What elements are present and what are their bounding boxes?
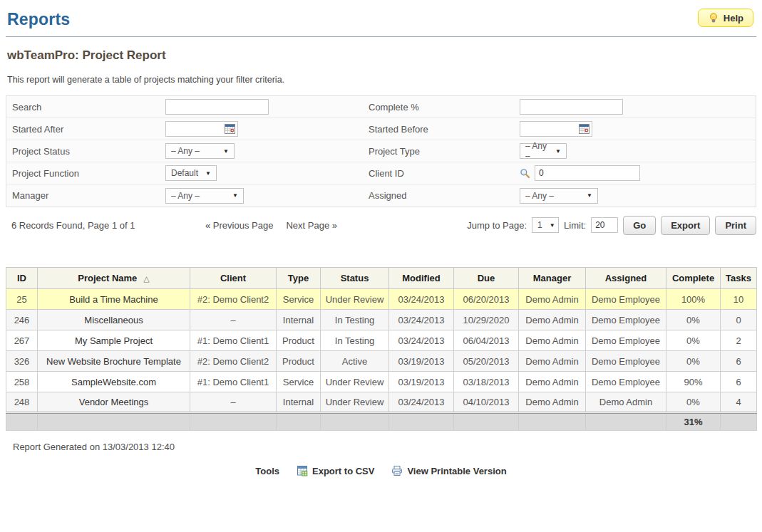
cell-complete: 0% — [666, 392, 721, 413]
cell-tasks: 0 — [721, 310, 757, 330]
filter-row: Started After Started Before — [6, 118, 756, 140]
cell-due: 06/20/2013 — [454, 289, 519, 310]
column-header-modified[interactable]: Modified — [389, 268, 454, 289]
column-header-type[interactable]: Type — [277, 268, 321, 289]
chevron-down-icon: ▼ — [550, 222, 555, 229]
pagination-bar: 6 Records Found, Page 1 of 1 « Previous … — [6, 213, 756, 237]
previous-page-link[interactable]: « Previous Page — [205, 220, 273, 231]
project-function-select[interactable]: Default ▼ — [165, 165, 217, 181]
column-header-client[interactable]: Client — [190, 268, 277, 289]
view-printable-link[interactable]: View Printable Version — [391, 465, 506, 476]
chevron-down-icon: ▼ — [587, 192, 592, 199]
column-header-assigned[interactable]: Assigned — [586, 268, 666, 289]
project-type-select[interactable]: – Any – ▼ — [520, 143, 567, 159]
started-after-input[interactable] — [169, 122, 220, 135]
table-row[interactable]: 326New Website Brochure Template#2: Demo… — [6, 351, 757, 372]
column-header-manager[interactable]: Manager — [519, 268, 586, 289]
cell-complete: 100% — [666, 289, 721, 310]
cell-type: Product — [277, 351, 321, 372]
cell-client: #2: Demo Client2 — [190, 289, 277, 310]
help-button-label: Help — [724, 13, 743, 24]
column-header-status[interactable]: Status — [321, 268, 389, 289]
cell-status: In Testing — [321, 310, 389, 330]
complete-pct-label: Complete % — [363, 102, 514, 113]
page-title: Reports — [7, 10, 755, 29]
search-magnifier-icon[interactable] — [520, 168, 530, 179]
cell-name: Build a Time Machine — [38, 289, 190, 310]
cell-assigned: Demo Employee — [586, 310, 666, 330]
started-after-label: Started After — [6, 124, 160, 135]
sort-ascending-icon: △ — [143, 274, 149, 283]
cell-client: #1: Demo Client1 — [190, 330, 277, 351]
column-header-complete[interactable]: Complete — [666, 268, 721, 289]
cell-type: Service — [277, 289, 321, 310]
report-title: wbTeamPro: Project Report — [7, 48, 755, 63]
cell-due: 05/20/2013 — [454, 351, 519, 372]
project-function-label: Project Function — [6, 168, 160, 179]
started-before-input[interactable] — [523, 122, 575, 135]
spreadsheet-icon — [297, 465, 308, 476]
assigned-value: – Any – — [525, 191, 554, 201]
cell-assigned: Demo Employee — [586, 330, 666, 351]
search-input[interactable] — [165, 99, 269, 115]
view-printable-label: View Printable Version — [407, 466, 506, 476]
client-id-input[interactable] — [535, 165, 640, 181]
help-button[interactable]: Help — [698, 9, 753, 27]
column-header-tasks[interactable]: Tasks — [721, 268, 757, 289]
column-header-due[interactable]: Due — [454, 268, 519, 289]
table-row[interactable]: 248Vendor Meetings–InternalUnder Review0… — [6, 392, 757, 413]
manager-select[interactable]: – Any – ▼ — [165, 188, 244, 204]
complete-pct-input[interactable] — [520, 99, 623, 115]
printer-icon — [391, 465, 403, 476]
limit-input[interactable] — [591, 217, 618, 233]
cell-status: Under Review — [321, 372, 389, 392]
limit-label: Limit: — [564, 220, 586, 231]
cell-client: – — [190, 392, 277, 413]
jump-page-value: 1 — [537, 220, 542, 230]
report-generated-text: Report Generated on 13/03/2013 12:40 — [13, 442, 755, 452]
column-header-id[interactable]: ID — [6, 268, 38, 289]
cell-tasks: 6 — [721, 351, 757, 372]
project-status-value: – Any – — [171, 146, 200, 156]
cell-type: Internal — [277, 392, 321, 413]
cell-assigned: Demo Admin — [586, 392, 666, 413]
table-row[interactable]: 258SampleWebsite.com#1: Demo Client1Serv… — [6, 372, 757, 392]
cell-modified: 03/24/2013 — [389, 392, 454, 413]
cell-assigned: Demo Employee — [586, 289, 666, 310]
cell-complete: 0% — [666, 330, 721, 351]
project-status-select[interactable]: – Any – ▼ — [165, 143, 235, 159]
cell-tasks: 6 — [721, 372, 757, 392]
cell-tasks: 10 — [721, 289, 757, 310]
export-csv-label: Export to CSV — [312, 466, 374, 476]
manager-label: Manager — [6, 190, 160, 201]
cell-modified: 03/24/2013 — [389, 310, 454, 330]
cell-name: My Sample Project — [38, 330, 190, 351]
cell-due: 10/29/2020 — [454, 310, 519, 330]
column-header-project-name[interactable]: Project Name△ — [38, 268, 190, 289]
tools-label: Tools — [255, 466, 279, 476]
export-button[interactable]: Export — [661, 216, 710, 235]
jump-page-select[interactable]: 1 ▼ — [532, 217, 559, 233]
started-before-field — [520, 121, 592, 137]
tools-bar: Tools Export to CSV — [6, 465, 756, 476]
cell-modified: 03/19/2013 — [389, 372, 454, 392]
cell-manager: Demo Admin — [519, 392, 586, 413]
print-button[interactable]: Print — [715, 216, 756, 235]
chevron-down-icon: ▼ — [555, 148, 561, 155]
export-csv-link[interactable]: Export to CSV — [297, 465, 374, 476]
next-page-link[interactable]: Next Page » — [286, 220, 337, 231]
filter-panel: Search Complete % Started After — [6, 95, 756, 207]
calendar-icon[interactable] — [225, 124, 235, 134]
table-row[interactable]: 267My Sample Project#1: Demo Client1Prod… — [6, 330, 757, 351]
table-body: 25Build a Time Machine#2: Demo Client2Se… — [6, 289, 757, 413]
table-row[interactable]: 25Build a Time Machine#2: Demo Client2Se… — [6, 289, 757, 310]
cell-client: – — [190, 310, 277, 330]
cell-id: 248 — [6, 392, 38, 413]
go-button[interactable]: Go — [623, 216, 656, 235]
calendar-icon[interactable] — [579, 124, 589, 134]
cell-type: Internal — [277, 310, 321, 330]
cell-tasks: 4 — [721, 392, 757, 413]
table-row[interactable]: 246Miscellaneous–InternalIn Testing03/24… — [6, 310, 757, 330]
assigned-select[interactable]: – Any – ▼ — [520, 188, 598, 204]
search-label: Search — [6, 102, 160, 113]
